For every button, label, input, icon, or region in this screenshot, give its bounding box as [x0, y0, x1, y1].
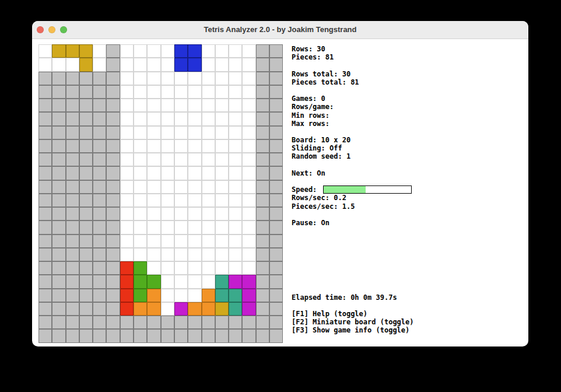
board-cell-empty [120, 85, 134, 99]
board-cell-wall [52, 289, 65, 302]
board-cell-empty [134, 139, 147, 153]
info-line-text: Speed: [292, 186, 321, 194]
info-line-text: Next: On [292, 169, 325, 177]
board-cell-wall [66, 207, 79, 220]
info-line-text: [F2] Miniature board (toggle) [292, 318, 414, 326]
board-cell-wall [38, 99, 52, 112]
board-cell-empty [242, 112, 255, 125]
title-bar[interactable]: Tetris Analyzer 2.0 - by Joakim Tengstra… [32, 21, 528, 39]
board-cell-wall [93, 99, 106, 112]
board-cell-wall [161, 316, 174, 329]
board-cell-wall [79, 302, 93, 316]
board-cell-empty [134, 85, 147, 99]
board-cell-empty [229, 207, 242, 220]
board-cell-wall [93, 220, 106, 234]
board-cell-magenta [242, 289, 255, 302]
board-cell-empty [202, 72, 215, 85]
board-cell-wall [106, 302, 120, 316]
board-cell-wall [66, 99, 79, 112]
board-cell-wall [66, 126, 79, 139]
board-cell-wall [66, 166, 79, 180]
app-window: Tetris Analyzer 2.0 - by Joakim Tengstra… [32, 21, 528, 346]
board-cell-wall [66, 139, 79, 153]
board-cell-empty [134, 207, 147, 220]
board-cell-wall [38, 139, 52, 153]
board-cell-empty [215, 153, 229, 166]
board-cell-empty [147, 139, 160, 153]
board-cell-empty [147, 99, 160, 112]
board-cell-wall [269, 289, 283, 302]
board-cell-empty [202, 220, 215, 234]
board-cell-empty [215, 126, 229, 139]
board-cell-wall [79, 220, 93, 234]
board-cell-wall [66, 180, 79, 194]
board-cell-empty [147, 72, 160, 85]
board-cell-wall [38, 85, 52, 99]
board-cell-wall [66, 248, 79, 261]
board-cell-empty [134, 72, 147, 85]
board-cell-empty [202, 58, 215, 71]
board-cell-empty [147, 261, 160, 275]
board-cell-empty [134, 112, 147, 125]
board-cell-empty [174, 220, 188, 234]
board-cell-orange [202, 289, 215, 302]
board-cell-wall [93, 302, 106, 316]
board-cell-wall [38, 153, 52, 166]
board-cell-wall [79, 126, 93, 139]
board-cell-wall [93, 112, 106, 125]
board-cell-empty [242, 153, 255, 166]
board-cell-empty [202, 44, 215, 58]
board-cell-blue [188, 44, 201, 58]
board-cell-empty [161, 99, 174, 112]
board-cell-empty [188, 275, 201, 288]
board-cell-wall [93, 261, 106, 275]
board-cell-blue [174, 44, 188, 58]
info-line [292, 252, 519, 260]
board-cell-wall [106, 261, 120, 275]
board-cell-wall [79, 316, 93, 329]
info-line-text: Pieces total: 81 [292, 78, 359, 86]
board-cell-wall [38, 126, 52, 139]
board-cell-wall [269, 220, 283, 234]
board-cell-empty [229, 220, 242, 234]
board-cell-wall [79, 153, 93, 166]
board-cell-empty [120, 166, 134, 180]
board-cell-wall [66, 235, 79, 248]
board-cell-empty [188, 85, 201, 99]
board-cell-wall [106, 153, 120, 166]
board-cell-empty [229, 235, 242, 248]
board-cell-green [134, 261, 147, 275]
info-line-text: Max rows: [292, 120, 329, 128]
board-cell-wall [256, 85, 269, 99]
board-cell-green [147, 275, 160, 288]
board-cell-wall [256, 207, 269, 220]
board-cell-wall [93, 329, 106, 342]
board-cell-empty [120, 139, 134, 153]
board-cell-empty [229, 72, 242, 85]
board-cell-empty [229, 166, 242, 180]
board-cell-empty [161, 194, 174, 207]
board-cell-empty [202, 153, 215, 166]
window-title: Tetris Analyzer 2.0 - by Joakim Tengstra… [32, 21, 528, 38]
board-cell-empty [229, 112, 242, 125]
board-cell-wall [38, 316, 52, 329]
info-line: Board: 10 x 20 [292, 136, 519, 144]
board-cell-wall [106, 44, 120, 58]
board-cell-green [134, 289, 147, 302]
board-cell-empty [174, 99, 188, 112]
board-cell-wall [134, 316, 147, 329]
board-cell-wall [38, 166, 52, 180]
board-cell-wall [38, 329, 52, 342]
board-cell-empty [188, 180, 201, 194]
board-cell-wall [202, 329, 215, 342]
board-cell-empty [215, 58, 229, 71]
board-cell-empty [93, 58, 106, 71]
board-cell-wall [38, 289, 52, 302]
board-cell-empty [188, 261, 201, 275]
board-cell-empty [147, 126, 160, 139]
board-cell-empty [202, 139, 215, 153]
board-cell-empty [120, 220, 134, 234]
board-cell-wall [269, 207, 283, 220]
board-cell-wall [256, 58, 269, 71]
board-cell-wall [106, 166, 120, 180]
